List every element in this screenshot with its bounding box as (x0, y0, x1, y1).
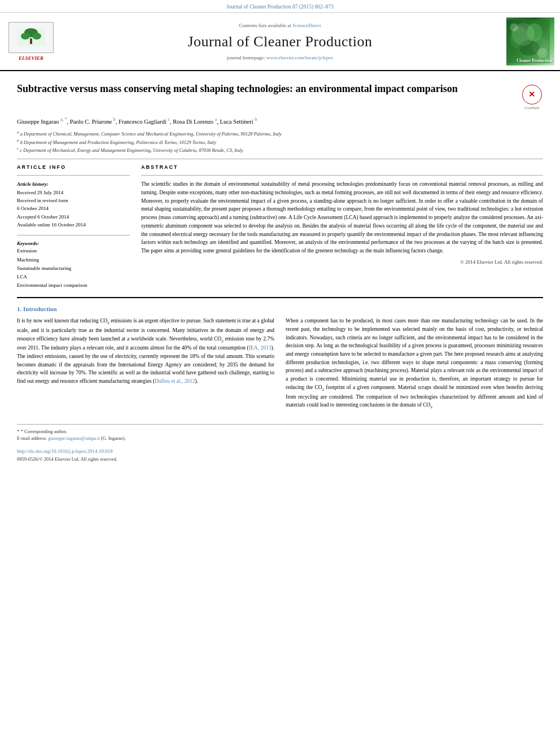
svg-point-3 (32, 33, 41, 40)
article-history: Article history: Received 29 July 2014 R… (17, 180, 130, 229)
journal-homepage: journal homepage: www.elsevier.com/locat… (227, 54, 333, 62)
footnote-star: * (17, 429, 20, 434)
divider-2 (17, 297, 543, 298)
received-date: Received 29 July 2014 (17, 189, 130, 196)
svg-point-6 (510, 27, 528, 49)
svg-rect-4 (30, 38, 32, 44)
journal-header-center: Contents lists available at ScienceDirec… (62, 18, 498, 65)
intro-two-col: It is by now well known that reducing CO… (17, 317, 543, 415)
svg-point-9 (510, 24, 518, 32)
footnote-email-line: E-mail address: giuseppe.ingarao@unipa.i… (17, 435, 543, 442)
journal-header: ELSEVIER Contents lists available at Sci… (0, 13, 560, 71)
received-revised-date: 6 October 2014 (17, 204, 130, 212)
journal-reference: Journal of Cleaner Production 87 (2015) … (0, 0, 560, 13)
footnote-corresponding: * * Corresponding author. (17, 428, 543, 435)
elsevier-tree-image (8, 22, 54, 53)
article-info-column: ARTICLE INFO Article history: Received 2… (17, 164, 130, 290)
divider-1 (17, 159, 543, 159)
affiliation-a: a a Department of Chemical, Management, … (17, 129, 543, 138)
homepage-link[interactable]: www.elsevier.com/locate/jclepro (266, 55, 333, 60)
abstract-column: ABSTRACT The scientific studies in the d… (141, 164, 543, 290)
abstract-header: ABSTRACT (141, 164, 543, 171)
footnote-corresponding-text: * Corresponding author. (21, 429, 67, 434)
intro-para-right: When a component has to be produced, in … (286, 317, 543, 410)
divider-keywords (17, 235, 130, 235)
cleaner-production-image: Cleaner Production (504, 18, 554, 65)
article-title-section: Subtractive versus mass conserving metal… (17, 77, 543, 110)
footnote-email-suffix: (G. Ingarao). (101, 435, 126, 441)
keyword-sustainable: Sustainable manufacturing (17, 264, 130, 273)
intro-right: When a component has to be produced, in … (286, 317, 543, 415)
keyword-machining: Machining (17, 256, 130, 264)
cp-label: Cleaner Production (517, 58, 552, 64)
cp-journal-cover: Cleaner Production (506, 18, 554, 65)
sciencedirect-link[interactable]: ScienceDirect (292, 23, 321, 28)
section-number: 1. (17, 305, 21, 312)
section-title-intro: Introduction (23, 305, 57, 312)
issn-section: 0959-6526/© 2014 Elsevier Ltd. All right… (17, 456, 543, 463)
affiliation-c: c c Department of Mechanical, Energy and… (17, 146, 543, 154)
introduction-section: 1. Introduction It is by now well known … (17, 305, 543, 415)
crossmark-icon: ✕ (522, 85, 542, 104)
keywords-section: Keywords: Extrusion Machining Sustainabl… (17, 240, 130, 290)
affiliations: a a Department of Chemical, Management, … (17, 129, 543, 154)
affiliation-b: b b Department of Management and Product… (17, 138, 543, 146)
article-info-abstract: ARTICLE INFO Article history: Received 2… (17, 164, 543, 290)
divider-abstract (141, 175, 543, 176)
intro-para-left: It is by now well known that reducing CO… (17, 317, 274, 386)
svg-point-8 (519, 41, 540, 56)
iea-ref-link[interactable]: IEA, 2013 (249, 345, 272, 351)
keyword-extrusion: Extrusion (17, 247, 130, 255)
paper-body: Subtractive versus mass conserving metal… (0, 71, 560, 469)
doi-link[interactable]: http://dx.doi.org/10.1016/j.jclepro.2014… (17, 448, 113, 454)
svg-rect-5 (506, 20, 550, 63)
received-revised-label: Received in revised form (17, 196, 130, 204)
section-1-header: 1. Introduction (17, 305, 543, 313)
footnote-email-label: E-mail address: (17, 435, 47, 441)
keyword-env-comparison: Environmental impact comparison (17, 281, 130, 290)
crossmark-badge: ✕ CrossMark (520, 85, 543, 110)
intro-left: It is by now well known that reducing CO… (17, 317, 274, 415)
contents-available-line: Contents lists available at ScienceDirec… (239, 22, 321, 29)
doi-text: http://dx.doi.org/10.1016/j.jclepro.2014… (17, 448, 113, 454)
article-title: Subtractive versus mass conserving metal… (17, 82, 515, 95)
footnote-section: * * Corresponding author. E-mail address… (17, 424, 543, 442)
abstract-text: The scientific studies in the domain of … (141, 180, 543, 255)
accepted-date: Accepted 6 October 2014 (17, 213, 130, 221)
crossmark-label: CrossMark (524, 106, 540, 110)
svg-point-7 (527, 24, 542, 42)
cp-cover-svg (506, 20, 552, 63)
keyword-lca: LCA (17, 273, 130, 281)
contents-text: Contents lists available at (239, 23, 291, 28)
duflou-ref-link[interactable]: Duflou et al., 2012 (155, 378, 195, 384)
article-history-label: Article history: (17, 180, 130, 188)
available-online-date: Available online 16 October 2014 (17, 221, 130, 229)
keywords-label: Keywords: (17, 240, 130, 247)
elsevier-logo: ELSEVIER (6, 18, 56, 65)
copyright-text: © 2014 Elsevier Ltd. All rights reserved… (141, 259, 543, 266)
journal-ref-text: Journal of Cleaner Production 87 (2015) … (226, 4, 333, 10)
authors-line: Giuseppe Ingarao a, *, Paolo C. Priarone… (17, 116, 543, 126)
doi-section: http://dx.doi.org/10.1016/j.jclepro.2014… (17, 448, 543, 455)
footnote-email-link[interactable]: giuseppe.ingarao@unipa.it (48, 435, 99, 441)
elsevier-brand-label: ELSEVIER (19, 55, 43, 62)
svg-point-2 (21, 33, 30, 40)
journal-title: Journal of Cleaner Production (187, 32, 372, 52)
divider-article-info (17, 175, 130, 176)
article-info-header: ARTICLE INFO (17, 164, 130, 171)
svg-point-10 (537, 48, 547, 58)
elsevier-tree-icon (14, 26, 48, 49)
